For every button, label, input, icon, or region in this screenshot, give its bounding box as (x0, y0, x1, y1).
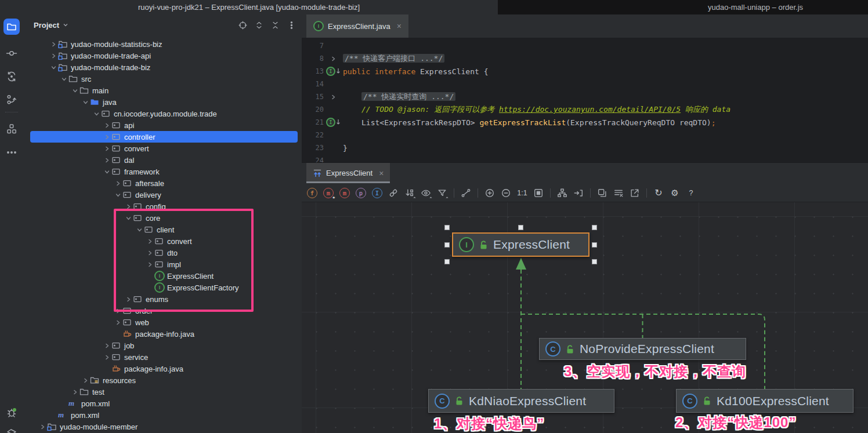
chevron-down-icon[interactable] (135, 225, 144, 234)
tree-row-expressclientfactory[interactable]: IExpressClientFactory (23, 282, 302, 293)
tree-row-delivery[interactable]: delivery (23, 189, 302, 201)
commit-icon[interactable] (3, 45, 20, 61)
chevron-down-icon[interactable] (124, 213, 133, 223)
fit-content-button[interactable] (531, 186, 545, 200)
more-vertical-icon[interactable] (287, 20, 296, 30)
filter-elements-button[interactable] (435, 186, 449, 200)
tree-row-controller[interactable]: controller (30, 131, 298, 143)
open-in-editor-button[interactable] (628, 186, 642, 200)
chevron-right-icon[interactable] (114, 306, 122, 315)
tree-row-pom-xml[interactable]: mpom.xml (23, 409, 302, 421)
chevron-right-icon[interactable] (103, 352, 111, 362)
diagram-node-kd100expressclient[interactable]: CKd100ExpressClient (676, 389, 853, 413)
tree-row-dal[interactable]: dal (23, 154, 302, 166)
chevron-down-icon[interactable] (71, 86, 79, 95)
tree-row-job[interactable]: job (23, 340, 302, 351)
chevron-right-icon[interactable] (49, 39, 58, 49)
diagram-node-expressclient[interactable]: IExpressClient (452, 232, 589, 257)
selection-handle[interactable] (444, 242, 450, 248)
tree-row-pom-xml[interactable]: mpom.xml (23, 398, 302, 409)
pull-requests-icon[interactable] (3, 68, 20, 85)
selection-handle[interactable] (592, 242, 597, 248)
diagram-canvas[interactable]: IExpressClientCNoProvideExpressClientCKd… (302, 202, 868, 433)
zoom-out-button[interactable] (499, 186, 513, 200)
tree-row-package-info-java[interactable]: package-info.java (23, 328, 302, 340)
tree-row-config[interactable]: config (23, 201, 302, 212)
chevron-down-icon[interactable] (63, 22, 68, 28)
tree-row-yudao-module-trade-api[interactable]: yudao-module-trade-api (23, 50, 302, 61)
copy-diagram-button[interactable] (595, 186, 609, 200)
tree-row-service[interactable]: service (23, 351, 302, 363)
chevron-right-icon[interactable] (49, 51, 58, 60)
settings-button[interactable]: ⚙ (668, 186, 682, 200)
diagram-node-kdniaoexpressclient[interactable]: CKdNiaoExpressClient (428, 389, 614, 413)
code-editor[interactable]: 78/** 快递客户端接口 ...*/13Ipublic interface E… (302, 38, 868, 164)
chevron-down-icon[interactable] (81, 97, 90, 107)
chevron-down-icon[interactable] (114, 190, 122, 199)
locate-icon[interactable] (238, 20, 248, 30)
tree-row-test[interactable]: test (23, 386, 302, 398)
tree-row-resources[interactable]: resources (23, 374, 302, 386)
chevron-right-icon[interactable] (103, 121, 111, 130)
tree-row-src[interactable]: src (23, 73, 302, 85)
methods-visibility-button[interactable]: m (338, 186, 352, 200)
project-panel-title[interactable]: Project (34, 21, 59, 30)
apply-layout-button[interactable] (555, 186, 569, 200)
debug-icon[interactable] (3, 404, 20, 420)
tree-row-expressclient[interactable]: IExpressClient (23, 270, 302, 282)
chevron-right-icon[interactable] (146, 248, 154, 257)
export-to-file-button[interactable] (612, 186, 625, 200)
show-paths-button[interactable] (459, 186, 473, 200)
tree-row-main[interactable]: main (23, 85, 302, 96)
selection-handle[interactable] (444, 225, 450, 230)
tree-row-order[interactable]: order (23, 305, 302, 316)
close-icon[interactable]: × (397, 21, 402, 31)
selection-handle[interactable] (592, 225, 597, 230)
tree-row-yudao-module-statistics-biz[interactable]: yudao-module-statistics-biz (23, 38, 302, 50)
chevron-right-icon[interactable] (114, 179, 122, 188)
expand-all-icon[interactable] (254, 20, 264, 30)
build-icon[interactable] (3, 425, 20, 433)
chevron-right-icon[interactable] (124, 294, 133, 304)
tab-expressclient-diagram[interactable]: ExpressClient × (306, 163, 390, 183)
chevron-right-icon[interactable] (146, 260, 154, 269)
zoom-in-button[interactable] (483, 186, 497, 200)
structure-icon[interactable] (3, 121, 20, 137)
chevron-right-icon[interactable] (103, 341, 111, 350)
fold-marker-icon[interactable] (324, 94, 343, 100)
chevron-right-icon[interactable] (124, 202, 133, 211)
actual-size-button[interactable]: 1:1 (515, 186, 529, 200)
tree-row-api[interactable]: api (23, 119, 302, 131)
chevron-right-icon[interactable] (71, 387, 79, 396)
tree-row-cn-iocoder-yudao-module-trade[interactable]: cn.iocoder.yudao.module.trade (23, 108, 302, 119)
chevron-right-icon[interactable] (103, 155, 111, 165)
tree-row-aftersale[interactable]: aftersale (23, 177, 302, 189)
sort-members-button[interactable] (403, 186, 417, 200)
inner-classes-visibility-button[interactable]: I (370, 186, 384, 200)
tree-row-convert[interactable]: convert (23, 235, 302, 247)
properties-visibility-button[interactable]: p (354, 186, 368, 200)
tree-row-yudao-module-member[interactable]: yudao-module-member (23, 421, 302, 432)
help-button[interactable]: ? (684, 186, 698, 200)
chevron-right-icon[interactable] (38, 422, 47, 431)
project-folder-icon[interactable] (3, 19, 20, 35)
chevron-right-icon[interactable] (103, 132, 111, 141)
fold-marker-icon[interactable] (324, 56, 343, 62)
chevron-right-icon[interactable] (114, 318, 122, 327)
tab-expressclient-java[interactable]: I ExpressClient.java × (306, 14, 408, 38)
selection-handle[interactable] (592, 259, 597, 264)
refresh-button[interactable]: ↻ (652, 186, 666, 200)
tree-row-enums[interactable]: enums (23, 293, 302, 305)
implementations-gutter-icon[interactable]: I (324, 67, 343, 76)
tree-row-yudao-module-trade-biz[interactable]: yudao-module-trade-biz (23, 61, 302, 73)
tree-row-core[interactable]: core (23, 212, 302, 224)
constructors-visibility-button[interactable]: m★ (321, 186, 335, 200)
chevron-right-icon[interactable] (81, 376, 90, 385)
chevron-down-icon[interactable] (49, 63, 58, 72)
tree-row-client[interactable]: client (23, 224, 302, 235)
tree-row-convert[interactable]: convert (23, 143, 302, 154)
tree-row-impl[interactable]: impl (23, 259, 302, 270)
selection-handle[interactable] (518, 225, 523, 230)
implementations-gutter-icon[interactable]: I (324, 118, 343, 127)
chevron-right-icon[interactable] (103, 144, 111, 153)
